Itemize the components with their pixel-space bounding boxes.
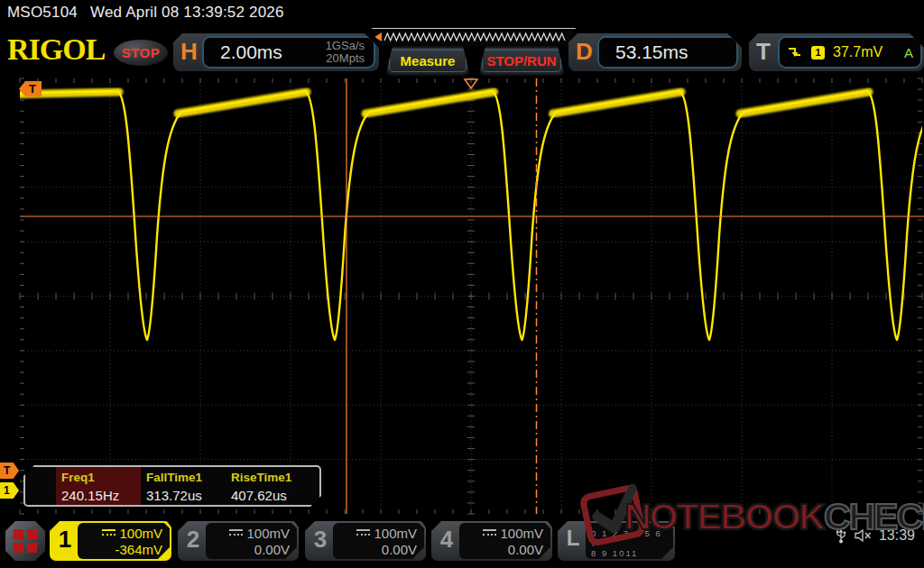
horizontal-settings-box[interactable]: H 2.00ms 1GSa/s 20Mpts	[173, 33, 379, 71]
measurement-value: 407.62us	[226, 488, 310, 503]
channel-scale: 100mV	[500, 526, 543, 541]
oscilloscope-screen: MSO5104Wed April 08 13:39:52 2026 RIGOL …	[0, 0, 924, 568]
dc-coupling-icon	[102, 529, 116, 537]
speaker-muted-icon[interactable]	[855, 528, 872, 543]
channel-offset: 0.00V	[508, 542, 543, 557]
channel4-button[interactable]: 4 100mV 0.00V	[431, 521, 552, 561]
digital-channels-row2: 8 9 1011 12131415	[591, 548, 643, 568]
trigger-settings-box[interactable]: T 1 37.7mV A	[749, 33, 924, 71]
channel-offset: 0.00V	[382, 542, 417, 557]
usb-icon	[835, 527, 847, 544]
measurement-panel[interactable]: Freq1 240.15Hz FallTime1 313.72us RiseTi…	[23, 465, 321, 507]
record-preview-waveform	[372, 29, 576, 46]
measurement-label: RiseTime1	[226, 471, 310, 484]
measurement-value: 313.72us	[141, 488, 226, 503]
dc-coupling-icon	[356, 529, 370, 537]
record-preview-strip[interactable]	[372, 28, 576, 46]
channel1-button[interactable]: 1 100mV -364mV	[50, 521, 171, 561]
falling-edge-trigger-icon	[787, 45, 803, 60]
measurement-label: FallTime1	[141, 471, 226, 484]
horizontal-label: H	[180, 38, 198, 66]
trigger-level-value: 37.7mV	[833, 44, 882, 60]
measurement-label: Freq1	[56, 471, 141, 484]
waveform-display	[0, 77, 924, 518]
acquisition-status-badge: STOP	[114, 40, 168, 66]
sample-rate: 1GSa/s 20Mpts	[326, 40, 365, 65]
trigger-sweep-mode: A	[904, 45, 913, 60]
datetime: Wed April 08 13:39:52 2026	[90, 4, 284, 21]
channel-offset: 0.00V	[254, 542, 290, 557]
logic-analyzer-button[interactable]: L 0 1 2 3 4 5 6 7 8 9 1011 12131415	[558, 521, 675, 561]
dc-coupling-icon	[483, 529, 496, 537]
measurement-falltime[interactable]: FallTime1 313.72us	[141, 467, 226, 505]
titlebar: MSO5104Wed April 08 13:39:52 2026	[7, 4, 297, 22]
measurement-freq[interactable]: Freq1 240.15Hz	[56, 467, 141, 505]
trigger-label: T	[756, 38, 771, 66]
stop-run-button[interactable]: STOP/RUN	[478, 46, 565, 76]
measurement-risetime[interactable]: RiseTime1 407.62us	[226, 467, 310, 505]
trigger-source-badge: 1	[811, 46, 825, 60]
menu-button[interactable]	[5, 521, 45, 561]
channel3-button[interactable]: 3 100mV 0.00V	[305, 521, 426, 561]
model-name: MSO5104	[7, 4, 78, 21]
delay-settings-box[interactable]: D 53.15ms	[568, 33, 742, 71]
channel-offset: -364mV	[115, 542, 162, 557]
channel-scale: 100mV	[374, 526, 417, 541]
channel-scale: 100mV	[119, 526, 162, 541]
delay-label: D	[576, 38, 593, 66]
delay-value: 53.15ms	[615, 41, 688, 63]
measurement-value: 240.15Hz	[56, 488, 141, 503]
timebase-value: 2.00ms	[220, 41, 282, 63]
rigol-logo: RIGOL	[7, 32, 105, 67]
measure-button[interactable]: Measure	[385, 46, 470, 76]
dc-coupling-icon	[229, 529, 243, 537]
channel-scale: 100mV	[246, 526, 290, 541]
clock-time: 13:39	[879, 527, 915, 544]
menu-grid-icon	[14, 529, 37, 553]
digital-channels-row1: 0 1 2 3 4 5 6 7	[591, 528, 662, 548]
channel2-button[interactable]: 2 100mV 0.00V	[178, 521, 299, 561]
